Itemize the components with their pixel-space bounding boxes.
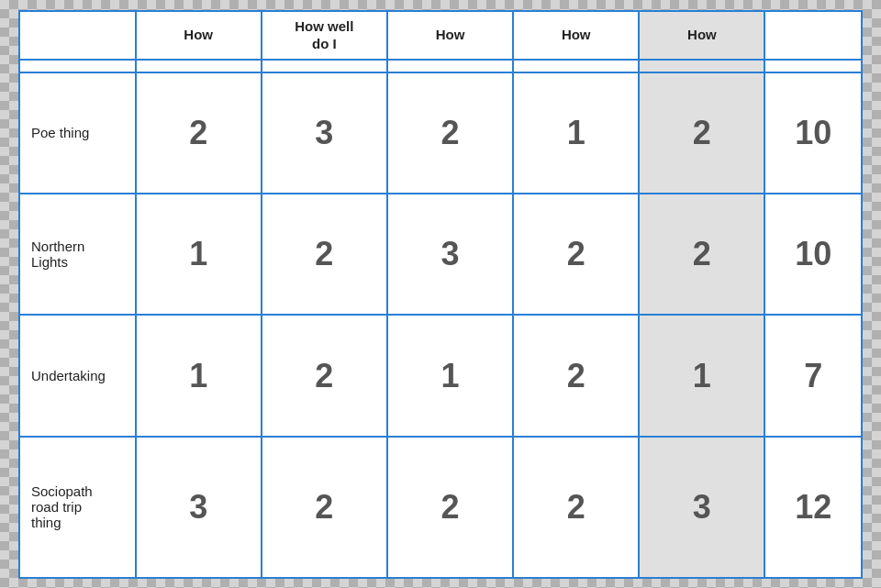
score-row0-col1: 3 <box>262 72 387 194</box>
range-col5 <box>639 60 764 72</box>
score-row3-col1: 2 <box>262 437 387 578</box>
score-row1-col4: 2 <box>639 194 764 315</box>
header-interesting: How <box>387 11 513 60</box>
total-row1: 10 <box>764 194 862 315</box>
header-empty-cell <box>19 11 136 60</box>
total-row0: 10 <box>764 72 862 194</box>
header-personal: How <box>136 11 262 60</box>
score-row2-col4: 1 <box>639 315 764 436</box>
table-row: Sociopath road trip thing3222312 <box>19 437 862 578</box>
range-col4 <box>513 60 639 72</box>
score-row0-col3: 1 <box>513 72 639 194</box>
table-row: Poe thing2321210 <box>19 72 862 194</box>
range-col2 <box>262 60 387 72</box>
row-label-0: Poe thing <box>19 72 136 194</box>
table-row: Undertaking121217 <box>19 315 862 436</box>
score-row1-col1: 2 <box>262 194 387 315</box>
header-row: How How welldo I How How How <box>19 11 862 60</box>
score-row1-col2: 3 <box>387 194 513 315</box>
score-row2-col3: 2 <box>513 315 639 436</box>
score-row1-col3: 2 <box>513 194 639 315</box>
score-row2-col0: 1 <box>136 315 262 436</box>
range-row <box>19 60 862 72</box>
header-important: How <box>513 11 639 60</box>
score-row0-col4: 2 <box>639 72 764 194</box>
table-row: Northern Lights1232210 <box>19 194 862 315</box>
range-col3 <box>387 60 513 72</box>
main-table-wrapper: How How welldo I How How How <box>18 10 863 579</box>
range-total-empty <box>764 60 862 72</box>
score-row3-col3: 2 <box>513 437 639 578</box>
row-label-3: Sociopath road trip thing <box>19 437 136 578</box>
score-row0-col2: 2 <box>387 72 513 194</box>
score-row3-col2: 2 <box>387 437 513 578</box>
header-know: How welldo I <box>262 11 387 60</box>
score-row1-col0: 1 <box>136 194 262 315</box>
header-saleable: How <box>639 11 764 60</box>
scoring-table: How How welldo I How How How <box>18 10 863 579</box>
total-row3: 12 <box>764 437 862 578</box>
range-empty-cell <box>19 60 136 72</box>
score-row3-col0: 3 <box>136 437 262 578</box>
score-row2-col1: 2 <box>262 315 387 436</box>
header-total <box>764 11 862 60</box>
row-label-1: Northern Lights <box>19 194 136 315</box>
row-label-2: Undertaking <box>19 315 136 436</box>
score-row0-col0: 2 <box>136 72 262 194</box>
range-col1 <box>136 60 262 72</box>
score-row2-col2: 1 <box>387 315 513 436</box>
score-row3-col4: 3 <box>639 437 764 578</box>
total-row2: 7 <box>764 315 862 436</box>
